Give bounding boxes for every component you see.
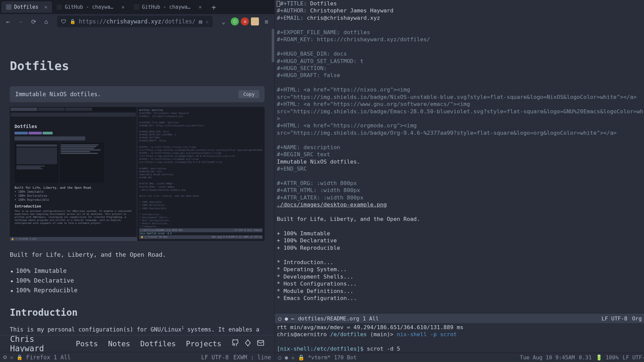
reload-button[interactable]: ⟳ xyxy=(28,16,39,27)
section-heading: Introduction xyxy=(10,307,265,318)
bookmark-icon[interactable]: ☆ xyxy=(206,18,209,25)
tab-title: GitHub - chayward1/dotf xyxy=(65,4,115,10)
close-icon[interactable]: ✕ xyxy=(199,4,202,10)
close-icon[interactable]: ✕ xyxy=(121,4,124,10)
status-icon: ● xyxy=(285,315,288,322)
buffer-path: dotfiles/README.org xyxy=(298,315,359,322)
github-icon[interactable] xyxy=(231,339,239,348)
browser-nav-bar: ← → ⟳ ⌂ 🛡 🔒 https://chrishayward.xyz/dot… xyxy=(0,14,274,29)
nav-link-posts[interactable]: Posts xyxy=(76,340,98,348)
tagline: Built for Life, Liberty, and the Open Ro… xyxy=(10,251,265,258)
back-icon: ← xyxy=(291,315,295,322)
gitlab-icon[interactable] xyxy=(244,339,252,348)
nav-link-notes[interactable]: Notes xyxy=(108,340,130,348)
terminal[interactable]: rtt min/avg/max/mdev = 49.294/186.651/36… xyxy=(275,323,644,353)
copy-button[interactable]: Copy xyxy=(238,90,259,98)
menu-button[interactable]: ≡ xyxy=(261,16,272,27)
list-item: 100% Declarative xyxy=(16,276,265,286)
buffer-pos: 1 All xyxy=(363,315,379,322)
status-icon: ○ xyxy=(278,354,281,361)
new-tab-button[interactable]: + xyxy=(208,2,219,12)
mail-icon[interactable] xyxy=(257,339,264,348)
page-content[interactable]: Dotfiles Immutable NixOS dotfiles. Copy … xyxy=(0,29,274,335)
doc-icon: ▫ xyxy=(10,354,13,360)
favicon-icon xyxy=(57,4,62,10)
brand-link[interactable]: Chris Hayward xyxy=(10,335,59,353)
url-bar[interactable]: 🛡 🔒 https://chrishayward.xyz/dotfiles/ ▤… xyxy=(57,16,213,27)
site-footer-nav: Chris Hayward Posts Notes Dotfiles Proje… xyxy=(0,335,274,352)
mode: Org xyxy=(632,315,642,322)
forward-button[interactable]: → xyxy=(15,16,26,27)
page-title: Dotfiles xyxy=(10,59,265,73)
pocket-icon[interactable]: ⌄ xyxy=(218,16,229,27)
buffer-name: *vterm* xyxy=(308,354,330,361)
encoding: LF UTF-8 xyxy=(623,354,644,361)
extension-icon[interactable] xyxy=(251,17,259,25)
code-block: Immutable NixOS dotfiles. Copy xyxy=(10,86,265,102)
features-list: 100% Immutable 100% Declarative 100% Rep… xyxy=(10,266,265,295)
terminal-output: rtt min/avg/max/mdev = 49.294/186.651/36… xyxy=(277,324,644,331)
buffer-name: Firefox xyxy=(26,354,50,361)
desktop-screenshot-image: Dotfiles xyxy=(10,107,265,241)
code-text: Immutable NixOS dotfiles. xyxy=(15,91,101,98)
image-link[interactable]: ./docs/images/desktop-example.png xyxy=(277,201,387,208)
lock-icon: 🔒 xyxy=(70,19,75,24)
doc-icon: ▫ xyxy=(291,354,295,361)
terminal-prompt: [nix-shell:/etc/dotfiles]$ scrot -d 5 xyxy=(277,345,644,352)
browser-tab[interactable]: GitHub - chayward1/dotf ✕ xyxy=(52,1,129,13)
nav-link-projects[interactable]: Projects xyxy=(186,340,221,348)
lock-icon: 🔒 xyxy=(298,354,305,361)
favicon-icon xyxy=(6,4,11,10)
browser-tab[interactable]: GitHub - chayward1/dotf ✕ xyxy=(129,1,206,13)
left-modeline: ▫ 🔒 Firefox 1 All LF UTF-8 EXWM : line xyxy=(0,352,274,362)
load-avg: 0.31 xyxy=(579,354,592,361)
tab-title: GitHub - chayward1/dotf xyxy=(142,4,193,10)
buffer-pos: 170 Bot xyxy=(334,354,357,361)
list-item: 100% Reproducible xyxy=(16,286,265,295)
extension-icon[interactable]: ⬡ xyxy=(231,17,239,25)
browser-tab[interactable]: Dotfiles ✕ xyxy=(1,1,52,13)
terminal-modeline: ○ ● ▫ 🔒 *vterm* 170 Bot Tue Aug 10 9:45A… xyxy=(275,353,644,362)
buffer-pos: 1 All xyxy=(54,354,71,361)
mode: EXWM : line xyxy=(233,354,271,361)
status-icon xyxy=(3,356,7,359)
scrollbar[interactable] xyxy=(272,29,274,62)
emacs-editor[interactable]: #+TITLE: Dotfiles #+AUTHOR: Christopher … xyxy=(275,0,644,314)
nav-link-dotfiles[interactable]: Dotfiles xyxy=(140,340,176,348)
extension-ublock-icon[interactable]: u xyxy=(241,17,249,25)
battery-icon: 🔋 100% xyxy=(596,354,619,361)
list-item: 100% Immutable xyxy=(16,266,265,276)
intro-text: This is my personal configuration(s) for… xyxy=(10,325,265,335)
editor-modeline: ○ ● ← dotfiles/README.org 1 All LF UTF-8… xyxy=(275,314,644,323)
clock: Tue Aug 10 9:45AM xyxy=(520,354,575,361)
home-button[interactable]: ⌂ xyxy=(41,16,52,27)
encoding: LF UTF-8 xyxy=(601,315,627,322)
back-button[interactable]: ← xyxy=(3,16,13,27)
status-icon: ○ xyxy=(278,315,281,322)
url-text: https://chrishayward.xyz/dotfiles/ xyxy=(79,18,196,25)
browser-tab-bar: Dotfiles ✕ GitHub - chayward1/dotf ✕ Git… xyxy=(0,0,274,14)
close-icon[interactable]: ✕ xyxy=(44,4,47,10)
encoding: LF UTF-8 xyxy=(201,354,229,361)
terminal-prompt: chris@acernitro /e/dotfiles (main)> nix-… xyxy=(277,331,644,338)
status-icon: ● xyxy=(285,354,288,361)
lock-icon: 🔒 xyxy=(16,354,23,360)
favicon-icon xyxy=(134,4,139,10)
tab-title: Dotfiles xyxy=(14,4,38,10)
shield-icon: 🛡 xyxy=(61,18,66,25)
reader-icon[interactable]: ▤ xyxy=(199,18,202,25)
